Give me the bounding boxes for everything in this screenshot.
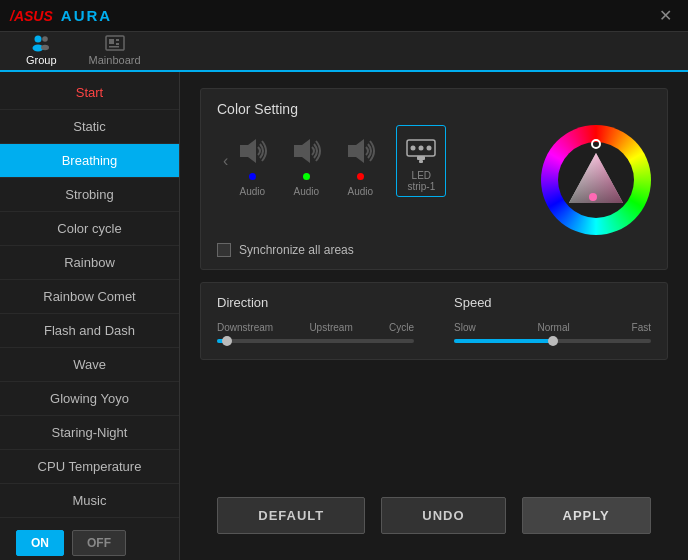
direction-thumb[interactable] xyxy=(222,336,232,346)
svg-point-15 xyxy=(427,146,432,151)
sync-label: Synchronize all areas xyxy=(239,243,354,257)
svg-marker-9 xyxy=(240,139,256,163)
source-audio3-label: Audio xyxy=(348,186,374,197)
svg-rect-7 xyxy=(116,43,119,45)
source-audio1[interactable]: Audio xyxy=(234,133,270,197)
bottom-buttons: DEFAULT UNDO APPLY xyxy=(200,487,668,544)
color-setting-title: Color Setting xyxy=(217,101,651,117)
tab-bar: Group Mainboard xyxy=(0,32,688,72)
main-content: Start Static Breathing Strobing Color cy… xyxy=(0,72,688,560)
speed-label-slow: Slow xyxy=(454,322,476,333)
sidebar-item-rainbow-comet[interactable]: Rainbow Comet xyxy=(0,280,179,314)
toggle-off-button[interactable]: OFF xyxy=(72,530,126,556)
sidebar-item-staring-night[interactable]: Staring-Night xyxy=(0,416,179,450)
audio-sources: ‹ xyxy=(217,125,446,197)
sync-checkbox[interactable] xyxy=(217,243,231,257)
app-title: AURA xyxy=(61,7,112,24)
source-audio3[interactable]: Audio xyxy=(342,133,378,197)
source-led-strip[interactable]: LEDstrip-1 xyxy=(396,125,446,197)
sidebar-item-start[interactable]: Start xyxy=(0,76,179,110)
speaker1-icon xyxy=(234,133,270,169)
right-panel: Color Setting ‹ xyxy=(180,72,688,560)
sidebar-item-music[interactable]: Music xyxy=(0,484,179,518)
toggle-on-button[interactable]: ON xyxy=(16,530,64,556)
svg-marker-10 xyxy=(294,139,310,163)
source-items: Audio xyxy=(234,125,446,197)
speed-title: Speed xyxy=(454,295,651,310)
wheel-cursor[interactable] xyxy=(591,139,601,149)
sidebar-item-glowing-yoyo[interactable]: Glowing Yoyo xyxy=(0,382,179,416)
speed-label-normal: Normal xyxy=(538,322,570,333)
led-strip-label: LEDstrip-1 xyxy=(407,170,435,192)
direction-slider-group: Downstream Upstream Cycle xyxy=(217,322,414,343)
svg-point-3 xyxy=(41,45,49,51)
title-bar: /ASUS AURA ✕ xyxy=(0,0,688,32)
speed-track[interactable] xyxy=(454,339,651,343)
color-wheel[interactable] xyxy=(541,125,651,235)
tab-group-label: Group xyxy=(26,54,57,66)
source-audio1-label: Audio xyxy=(240,186,266,197)
svg-rect-8 xyxy=(109,46,119,48)
direction-group: Direction Downstream Upstream Cycle xyxy=(217,295,414,347)
direction-label-cycle: Cycle xyxy=(389,322,414,333)
undo-button[interactable]: UNDO xyxy=(381,497,505,534)
svg-point-13 xyxy=(411,146,416,151)
speed-thumb[interactable] xyxy=(548,336,558,346)
direction-label-downstream: Downstream xyxy=(217,322,273,333)
sidebar-item-strobing[interactable]: Strobing xyxy=(0,178,179,212)
led-strip-icon xyxy=(403,130,439,166)
sidebar-item-rainbow[interactable]: Rainbow xyxy=(0,246,179,280)
dot-audio1 xyxy=(249,173,256,180)
color-triangle-svg xyxy=(561,145,631,215)
close-button[interactable]: ✕ xyxy=(653,4,678,27)
speed-slider-group: Slow Normal Fast xyxy=(454,322,651,343)
direction-speed-section: Direction Downstream Upstream Cycle xyxy=(200,282,668,360)
svg-point-14 xyxy=(419,146,424,151)
sidebar-item-color-cycle[interactable]: Color cycle xyxy=(0,212,179,246)
source-audio2-label: Audio xyxy=(294,186,320,197)
svg-marker-11 xyxy=(348,139,364,163)
svg-rect-4 xyxy=(106,36,124,50)
sidebar-item-cpu-temperature[interactable]: CPU Temperature xyxy=(0,450,179,484)
svg-rect-16 xyxy=(417,156,425,160)
source-audio2[interactable]: Audio xyxy=(288,133,324,197)
speaker3-icon xyxy=(342,133,378,169)
color-setting-section: Color Setting ‹ xyxy=(200,88,668,270)
tab-mainboard-label: Mainboard xyxy=(89,54,141,66)
svg-rect-5 xyxy=(109,39,114,44)
mainboard-icon xyxy=(103,34,127,52)
speed-labels: Slow Normal Fast xyxy=(454,322,651,333)
top-row: ‹ xyxy=(217,125,651,235)
direction-title: Direction xyxy=(217,295,414,310)
tab-mainboard[interactable]: Mainboard xyxy=(73,30,157,70)
direction-labels: Downstream Upstream Cycle xyxy=(217,322,414,333)
sidebar-item-wave[interactable]: Wave xyxy=(0,348,179,382)
sidebar-item-flash-and-dash[interactable]: Flash and Dash xyxy=(0,314,179,348)
speed-group: Speed Slow Normal Fast xyxy=(454,295,651,347)
group-icon xyxy=(29,34,53,52)
svg-point-0 xyxy=(35,36,42,43)
speed-fill xyxy=(454,339,553,343)
asus-logo: /ASUS xyxy=(10,8,53,24)
direction-label-upstream: Upstream xyxy=(309,322,352,333)
sidebar-item-breathing[interactable]: Breathing xyxy=(0,144,179,178)
svg-rect-6 xyxy=(116,39,119,41)
svg-point-2 xyxy=(42,36,48,42)
speaker2-icon xyxy=(288,133,324,169)
dot-audio2 xyxy=(303,173,310,180)
sync-row: Synchronize all areas xyxy=(217,243,651,257)
dir-speed-row: Direction Downstream Upstream Cycle xyxy=(217,295,651,347)
speed-label-fast: Fast xyxy=(632,322,651,333)
sidebar: Start Static Breathing Strobing Color cy… xyxy=(0,72,180,560)
default-button[interactable]: DEFAULT xyxy=(217,497,365,534)
dot-audio3 xyxy=(357,173,364,180)
sidebar-footer: ON OFF xyxy=(0,518,179,560)
triangle-container xyxy=(558,142,634,218)
nav-left-arrow[interactable]: ‹ xyxy=(217,152,234,170)
direction-track[interactable] xyxy=(217,339,414,343)
apply-button[interactable]: APPLY xyxy=(522,497,651,534)
sidebar-item-static[interactable]: Static xyxy=(0,110,179,144)
svg-rect-17 xyxy=(419,160,423,163)
tab-group[interactable]: Group xyxy=(10,30,73,70)
